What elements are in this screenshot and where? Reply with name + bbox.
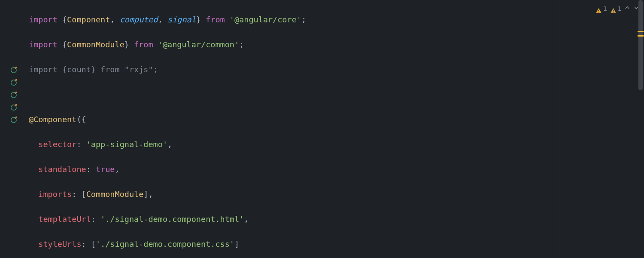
- inspection-warning-value: 1: [618, 3, 621, 15]
- gutter-override-icon[interactable]: [10, 77, 19, 86]
- scrollbar-mark[interactable]: [638, 31, 644, 32]
- code-line: import {CommonModule} from '@angular/com…: [29, 38, 557, 51]
- inspections-widget[interactable]: 1 1: [595, 3, 639, 15]
- code-line: @Component({: [29, 113, 557, 126]
- scrollbar-thumb[interactable]: [638, 0, 643, 90]
- svg-rect-6: [598, 12, 599, 12]
- inspection-error-value: 1: [603, 3, 607, 15]
- code-line: selector: 'app-signal-demo',: [29, 138, 557, 150]
- code-line: styleUrls: ['./signal-demo.component.css…: [29, 238, 557, 250]
- code-line: [29, 88, 557, 101]
- code-line: standalone: true,: [29, 163, 557, 175]
- editor-splitter[interactable]: [560, 0, 560, 258]
- vertical-scrollbar[interactable]: [638, 0, 643, 258]
- code-line: templateUrl: './signal-demo.component.ht…: [29, 213, 557, 225]
- inspection-error-count[interactable]: 1: [595, 3, 607, 15]
- weak-warning-triangle-icon: [610, 6, 617, 12]
- editor-code-area[interactable]: import {Component, computed, signal} fro…: [29, 1, 557, 258]
- svg-rect-8: [613, 12, 614, 12]
- svg-rect-5: [598, 10, 599, 12]
- gutter-override-icon[interactable]: [10, 114, 19, 123]
- svg-rect-7: [613, 10, 614, 12]
- prev-highlight-button[interactable]: [624, 3, 630, 15]
- code-line: import {count} from "rxjs";: [29, 63, 557, 76]
- gutter-override-icon[interactable]: [10, 64, 19, 73]
- scrollbar-mark[interactable]: [638, 35, 644, 37]
- gutter-override-icon[interactable]: [10, 89, 19, 98]
- warning-triangle-icon: [595, 6, 602, 12]
- inspection-warning-count[interactable]: 1: [610, 3, 621, 15]
- gutter: [0, 0, 21, 258]
- code-line: imports: [CommonModule],: [29, 188, 557, 200]
- gutter-override-icon[interactable]: [10, 102, 19, 111]
- code-line: import {Component, computed, signal} fro…: [29, 13, 557, 26]
